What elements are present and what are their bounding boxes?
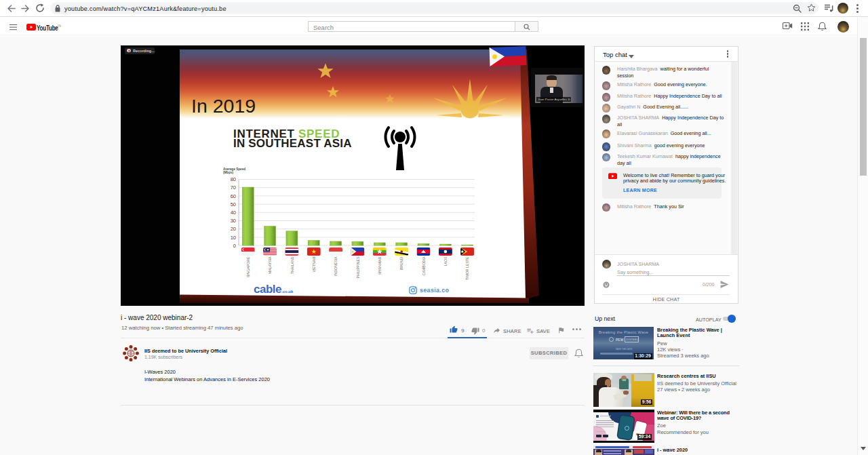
svg-text:80: 80 — [231, 176, 236, 182]
svg-text:60: 60 — [231, 193, 236, 199]
svg-text:PHILIPPINES: PHILIPPINES — [356, 256, 360, 279]
svg-text:50: 50 — [231, 201, 236, 207]
svg-text:TIMOR LESTE: TIMOR LESTE — [465, 256, 469, 280]
svg-text:30: 30 — [231, 218, 236, 224]
svg-text:MYANMAR: MYANMAR — [378, 256, 382, 274]
svg-text:VIETNAM: VIETNAM — [312, 257, 316, 273]
svg-text:20: 20 — [231, 226, 236, 232]
svg-text:40: 40 — [231, 210, 236, 216]
svg-text:BRUNEI: BRUNEI — [399, 257, 403, 271]
svg-text:MALAYSIA: MALAYSIA — [268, 256, 272, 274]
svg-text:THAILAND: THAILAND — [290, 256, 294, 274]
svg-text:0: 0 — [233, 243, 236, 249]
svg-text:70: 70 — [231, 184, 236, 191]
svg-text:10: 10 — [231, 235, 236, 241]
svg-text:SINGAPORE: SINGAPORE — [246, 256, 250, 277]
svg-text:INDONESIA: INDONESIA — [334, 256, 338, 276]
svg-text:LAOS: LAOS — [443, 256, 448, 266]
svg-text:CAMBODIA: CAMBODIA — [422, 256, 426, 275]
